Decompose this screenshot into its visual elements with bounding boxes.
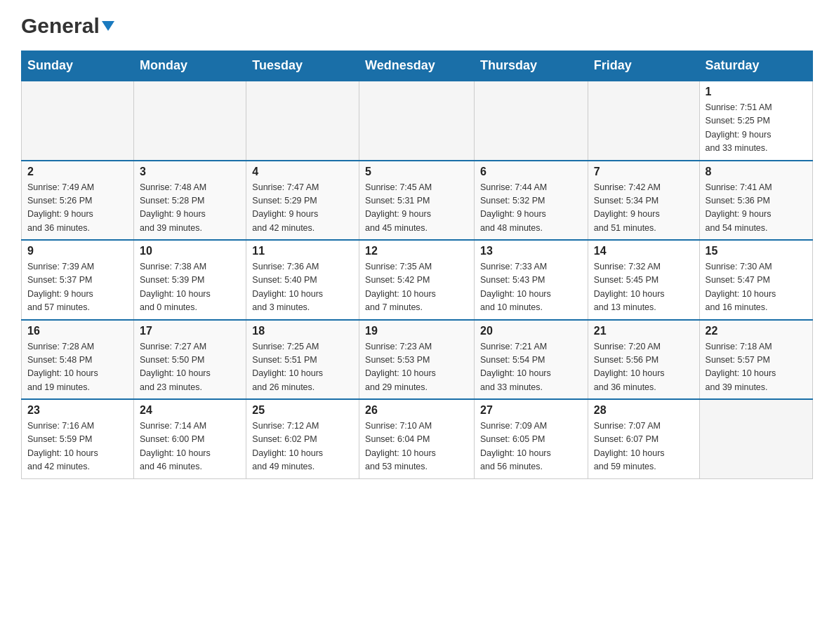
day-info: Sunrise: 7:20 AMSunset: 5:56 PMDaylight:…	[594, 340, 694, 395]
day-info: Sunrise: 7:35 AMSunset: 5:42 PMDaylight:…	[365, 260, 468, 315]
day-number: 15	[706, 245, 807, 257]
day-number: 21	[594, 325, 694, 337]
day-info: Sunrise: 7:32 AMSunset: 5:45 PMDaylight:…	[594, 260, 694, 315]
col-wednesday: Wednesday	[359, 51, 475, 81]
table-row: 7Sunrise: 7:42 AMSunset: 5:34 PMDaylight…	[588, 161, 699, 241]
day-info: Sunrise: 7:25 AMSunset: 5:51 PMDaylight:…	[252, 340, 353, 395]
day-number: 14	[594, 245, 694, 257]
day-info: Sunrise: 7:30 AMSunset: 5:47 PMDaylight:…	[706, 260, 807, 315]
day-info: Sunrise: 7:10 AMSunset: 6:04 PMDaylight:…	[365, 420, 468, 474]
table-row: 10Sunrise: 7:38 AMSunset: 5:39 PMDayligh…	[134, 240, 246, 320]
table-row: 11Sunrise: 7:36 AMSunset: 5:40 PMDayligh…	[246, 240, 359, 320]
logo-general-text: General	[21, 14, 100, 38]
page-header: General	[21, 14, 813, 38]
svg-marker-0	[102, 21, 114, 31]
calendar-week-row: 2Sunrise: 7:49 AMSunset: 5:26 PMDaylight…	[22, 161, 813, 241]
day-number: 8	[706, 166, 807, 178]
table-row: 27Sunrise: 7:09 AMSunset: 6:05 PMDayligh…	[475, 399, 588, 478]
day-info: Sunrise: 7:28 AMSunset: 5:48 PMDaylight:…	[27, 340, 128, 395]
day-number: 16	[27, 325, 128, 337]
calendar-header-row: Sunday Monday Tuesday Wednesday Thursday…	[22, 51, 813, 81]
table-row: 24Sunrise: 7:14 AMSunset: 6:00 PMDayligh…	[134, 399, 246, 478]
day-number: 19	[365, 325, 468, 337]
day-info: Sunrise: 7:27 AMSunset: 5:50 PMDaylight:…	[140, 340, 240, 395]
day-number: 12	[365, 245, 468, 257]
day-info: Sunrise: 7:45 AMSunset: 5:31 PMDaylight:…	[365, 181, 468, 236]
day-info: Sunrise: 7:07 AMSunset: 6:07 PMDaylight:…	[594, 420, 694, 474]
day-number: 23	[27, 404, 128, 417]
table-row	[134, 81, 246, 161]
day-number: 13	[480, 245, 582, 257]
table-row: 26Sunrise: 7:10 AMSunset: 6:04 PMDayligh…	[359, 399, 475, 478]
day-number: 17	[140, 325, 240, 337]
day-info: Sunrise: 7:51 AMSunset: 5:25 PMDaylight:…	[706, 101, 807, 156]
day-info: Sunrise: 7:44 AMSunset: 5:32 PMDaylight:…	[480, 181, 582, 236]
table-row: 1Sunrise: 7:51 AMSunset: 5:25 PMDaylight…	[699, 81, 812, 161]
day-info: Sunrise: 7:36 AMSunset: 5:40 PMDaylight:…	[252, 260, 353, 315]
day-info: Sunrise: 7:48 AMSunset: 5:28 PMDaylight:…	[140, 181, 240, 236]
day-info: Sunrise: 7:41 AMSunset: 5:36 PMDaylight:…	[706, 181, 807, 236]
table-row	[246, 81, 359, 161]
calendar-week-row: 1Sunrise: 7:51 AMSunset: 5:25 PMDaylight…	[22, 81, 813, 161]
calendar-week-row: 23Sunrise: 7:16 AMSunset: 5:59 PMDayligh…	[22, 399, 813, 478]
day-info: Sunrise: 7:49 AMSunset: 5:26 PMDaylight:…	[27, 181, 128, 236]
day-number: 28	[594, 404, 694, 417]
table-row: 16Sunrise: 7:28 AMSunset: 5:48 PMDayligh…	[22, 320, 134, 400]
table-row: 23Sunrise: 7:16 AMSunset: 5:59 PMDayligh…	[22, 399, 134, 478]
table-row: 3Sunrise: 7:48 AMSunset: 5:28 PMDaylight…	[134, 161, 246, 241]
col-monday: Monday	[134, 51, 246, 81]
logo: General	[21, 14, 114, 38]
logo-arrow-icon	[102, 18, 114, 34]
col-friday: Friday	[588, 51, 699, 81]
col-saturday: Saturday	[699, 51, 812, 81]
table-row: 8Sunrise: 7:41 AMSunset: 5:36 PMDaylight…	[699, 161, 812, 241]
day-info: Sunrise: 7:16 AMSunset: 5:59 PMDaylight:…	[27, 420, 128, 474]
table-row	[359, 81, 475, 161]
day-info: Sunrise: 7:38 AMSunset: 5:39 PMDaylight:…	[140, 260, 240, 315]
table-row	[22, 81, 134, 161]
table-row: 2Sunrise: 7:49 AMSunset: 5:26 PMDaylight…	[22, 161, 134, 241]
day-number: 7	[594, 166, 694, 178]
calendar-week-row: 16Sunrise: 7:28 AMSunset: 5:48 PMDayligh…	[22, 320, 813, 400]
table-row: 9Sunrise: 7:39 AMSunset: 5:37 PMDaylight…	[22, 240, 134, 320]
day-info: Sunrise: 7:18 AMSunset: 5:57 PMDaylight:…	[706, 340, 807, 395]
calendar-table: Sunday Monday Tuesday Wednesday Thursday…	[21, 51, 813, 479]
day-info: Sunrise: 7:42 AMSunset: 5:34 PMDaylight:…	[594, 181, 694, 236]
table-row: 20Sunrise: 7:21 AMSunset: 5:54 PMDayligh…	[475, 320, 588, 400]
day-number: 9	[27, 245, 128, 257]
table-row: 17Sunrise: 7:27 AMSunset: 5:50 PMDayligh…	[134, 320, 246, 400]
day-info: Sunrise: 7:23 AMSunset: 5:53 PMDaylight:…	[365, 340, 468, 395]
table-row: 21Sunrise: 7:20 AMSunset: 5:56 PMDayligh…	[588, 320, 699, 400]
table-row: 14Sunrise: 7:32 AMSunset: 5:45 PMDayligh…	[588, 240, 699, 320]
day-info: Sunrise: 7:39 AMSunset: 5:37 PMDaylight:…	[27, 260, 128, 315]
table-row: 22Sunrise: 7:18 AMSunset: 5:57 PMDayligh…	[699, 320, 812, 400]
day-info: Sunrise: 7:21 AMSunset: 5:54 PMDaylight:…	[480, 340, 582, 395]
day-number: 27	[480, 404, 582, 417]
day-number: 22	[706, 325, 807, 337]
day-info: Sunrise: 7:14 AMSunset: 6:00 PMDaylight:…	[140, 420, 240, 474]
day-number: 24	[140, 404, 240, 417]
day-number: 11	[252, 245, 353, 257]
table-row: 25Sunrise: 7:12 AMSunset: 6:02 PMDayligh…	[246, 399, 359, 478]
day-number: 6	[480, 166, 582, 178]
table-row: 12Sunrise: 7:35 AMSunset: 5:42 PMDayligh…	[359, 240, 475, 320]
day-number: 2	[27, 166, 128, 178]
calendar-week-row: 9Sunrise: 7:39 AMSunset: 5:37 PMDaylight…	[22, 240, 813, 320]
day-number: 5	[365, 166, 468, 178]
table-row: 15Sunrise: 7:30 AMSunset: 5:47 PMDayligh…	[699, 240, 812, 320]
day-number: 1	[706, 86, 807, 98]
day-info: Sunrise: 7:33 AMSunset: 5:43 PMDaylight:…	[480, 260, 582, 315]
table-row	[699, 399, 812, 478]
table-row: 6Sunrise: 7:44 AMSunset: 5:32 PMDaylight…	[475, 161, 588, 241]
table-row: 4Sunrise: 7:47 AMSunset: 5:29 PMDaylight…	[246, 161, 359, 241]
day-number: 18	[252, 325, 353, 337]
day-number: 25	[252, 404, 353, 417]
day-info: Sunrise: 7:47 AMSunset: 5:29 PMDaylight:…	[252, 181, 353, 236]
table-row	[588, 81, 699, 161]
day-number: 10	[140, 245, 240, 257]
table-row: 28Sunrise: 7:07 AMSunset: 6:07 PMDayligh…	[588, 399, 699, 478]
col-thursday: Thursday	[475, 51, 588, 81]
col-tuesday: Tuesday	[246, 51, 359, 81]
col-sunday: Sunday	[22, 51, 134, 81]
day-number: 26	[365, 404, 468, 417]
